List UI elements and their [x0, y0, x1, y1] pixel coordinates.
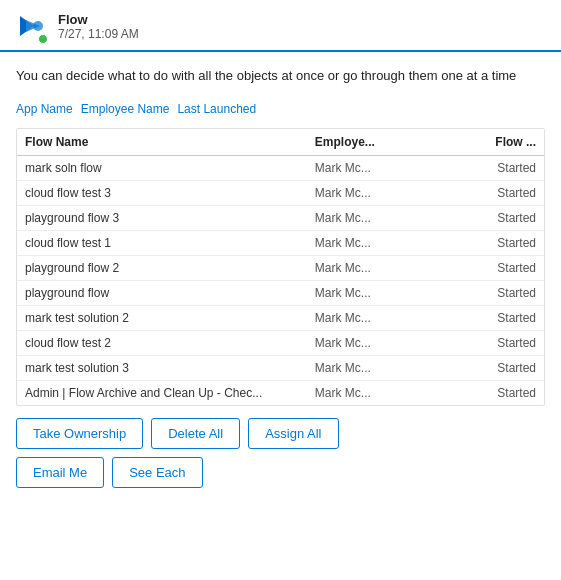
svg-point-3 [33, 21, 43, 31]
online-indicator [38, 34, 48, 44]
cell-employee: Mark Mc... [307, 280, 439, 305]
cell-flow-name: mark test solution 2 [17, 305, 307, 330]
table-header-row: Flow Name Employe... Flow ... [17, 129, 544, 156]
cell-flow-name: mark test solution 3 [17, 355, 307, 380]
cell-status: Started [439, 230, 544, 255]
filter-tab-app-name[interactable]: App Name [16, 100, 81, 118]
filter-tabs: App Name Employee Name Last Launched [16, 100, 545, 118]
col-header-flow-name: Flow Name [17, 129, 307, 156]
cell-flow-name: Admin | Flow Archive and Clean Up - Chec… [17, 380, 307, 405]
table-row: cloud flow test 1Mark Mc...Started [17, 230, 544, 255]
cell-employee: Mark Mc... [307, 355, 439, 380]
table-body: mark soln flowMark Mc...Startedcloud flo… [17, 155, 544, 405]
col-header-employee: Employe... [307, 129, 439, 156]
cell-flow-name: playground flow 2 [17, 255, 307, 280]
cell-employee: Mark Mc... [307, 155, 439, 180]
cell-employee: Mark Mc... [307, 230, 439, 255]
cell-status: Started [439, 155, 544, 180]
table-row: mark test solution 2Mark Mc...Started [17, 305, 544, 330]
chat-container: Flow 7/27, 11:09 AM You can decide what … [0, 0, 561, 506]
cell-employee: Mark Mc... [307, 255, 439, 280]
cell-status: Started [439, 330, 544, 355]
cell-status: Started [439, 380, 544, 405]
table-row: playground flow 2Mark Mc...Started [17, 255, 544, 280]
buttons-row-2: Email Me See Each [16, 457, 545, 488]
data-table: Flow Name Employe... Flow ... mark soln … [17, 129, 544, 405]
app-name: Flow [58, 12, 139, 27]
cell-status: Started [439, 180, 544, 205]
assign-all-button[interactable]: Assign All [248, 418, 338, 449]
filter-tab-employee-name[interactable]: Employee Name [81, 100, 178, 118]
table-wrapper: Flow Name Employe... Flow ... mark soln … [16, 128, 545, 406]
cell-status: Started [439, 355, 544, 380]
cell-flow-name: cloud flow test 2 [17, 330, 307, 355]
cell-employee: Mark Mc... [307, 180, 439, 205]
cell-employee: Mark Mc... [307, 380, 439, 405]
table-row: cloud flow test 3Mark Mc...Started [17, 180, 544, 205]
header-text: Flow 7/27, 11:09 AM [58, 12, 139, 41]
cell-status: Started [439, 305, 544, 330]
table-row: Admin | Flow Archive and Clean Up - Chec… [17, 380, 544, 405]
cell-status: Started [439, 280, 544, 305]
cell-status: Started [439, 205, 544, 230]
message-body: You can decide what to do with all the o… [0, 52, 561, 506]
cell-flow-name: playground flow 3 [17, 205, 307, 230]
delete-all-button[interactable]: Delete All [151, 418, 240, 449]
email-me-button[interactable]: Email Me [16, 457, 104, 488]
table-row: cloud flow test 2Mark Mc...Started [17, 330, 544, 355]
filter-tab-last-launched[interactable]: Last Launched [177, 100, 264, 118]
description-text: You can decide what to do with all the o… [16, 66, 545, 86]
cell-flow-name: playground flow [17, 280, 307, 305]
timestamp: 7/27, 11:09 AM [58, 27, 139, 41]
cell-employee: Mark Mc... [307, 305, 439, 330]
cell-flow-name: cloud flow test 3 [17, 180, 307, 205]
table-row: mark test solution 3Mark Mc...Started [17, 355, 544, 380]
table-row: playground flowMark Mc...Started [17, 280, 544, 305]
col-header-status: Flow ... [439, 129, 544, 156]
header-bar: Flow 7/27, 11:09 AM [0, 0, 561, 52]
buttons-row-1: Take Ownership Delete All Assign All [16, 418, 545, 449]
cell-employee: Mark Mc... [307, 330, 439, 355]
take-ownership-button[interactable]: Take Ownership [16, 418, 143, 449]
cell-employee: Mark Mc... [307, 205, 439, 230]
table-row: mark soln flowMark Mc...Started [17, 155, 544, 180]
table-row: playground flow 3Mark Mc...Started [17, 205, 544, 230]
flow-icon-wrapper [12, 8, 48, 44]
cell-flow-name: cloud flow test 1 [17, 230, 307, 255]
cell-status: Started [439, 255, 544, 280]
cell-flow-name: mark soln flow [17, 155, 307, 180]
see-each-button[interactable]: See Each [112, 457, 202, 488]
